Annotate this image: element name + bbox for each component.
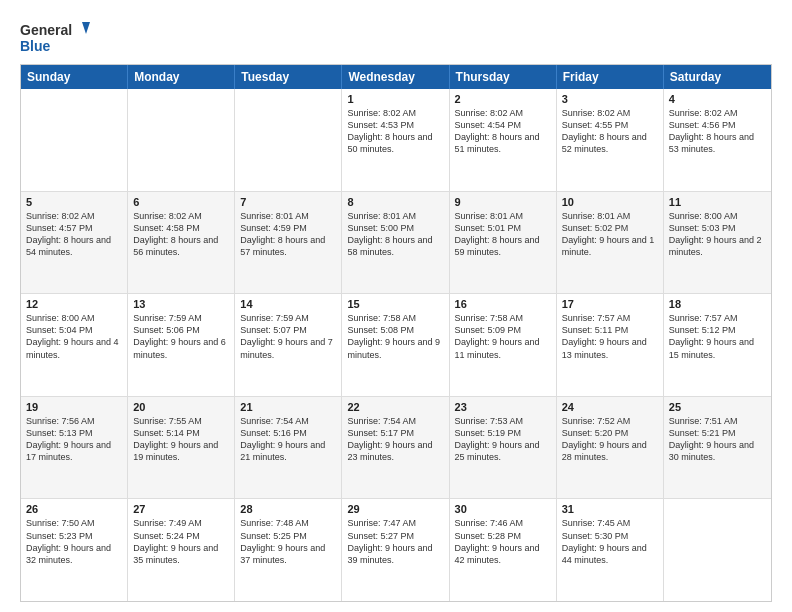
calendar-cell: 19Sunrise: 7:56 AM Sunset: 5:13 PM Dayli… bbox=[21, 397, 128, 499]
svg-marker-2 bbox=[82, 22, 90, 34]
cell-content: Sunrise: 8:01 AM Sunset: 5:02 PM Dayligh… bbox=[562, 210, 658, 259]
day-number: 9 bbox=[455, 196, 551, 208]
day-number: 14 bbox=[240, 298, 336, 310]
calendar-cell: 20Sunrise: 7:55 AM Sunset: 5:14 PM Dayli… bbox=[128, 397, 235, 499]
calendar-cell: 28Sunrise: 7:48 AM Sunset: 5:25 PM Dayli… bbox=[235, 499, 342, 601]
day-number: 4 bbox=[669, 93, 766, 105]
cell-content: Sunrise: 7:49 AM Sunset: 5:24 PM Dayligh… bbox=[133, 517, 229, 566]
calendar-cell: 13Sunrise: 7:59 AM Sunset: 5:06 PM Dayli… bbox=[128, 294, 235, 396]
calendar-cell: 5Sunrise: 8:02 AM Sunset: 4:57 PM Daylig… bbox=[21, 192, 128, 294]
calendar-row: 26Sunrise: 7:50 AM Sunset: 5:23 PM Dayli… bbox=[21, 499, 771, 601]
svg-text:Blue: Blue bbox=[20, 38, 51, 54]
weekday-header: Monday bbox=[128, 65, 235, 89]
day-number: 29 bbox=[347, 503, 443, 515]
cell-content: Sunrise: 8:02 AM Sunset: 4:53 PM Dayligh… bbox=[347, 107, 443, 156]
calendar-cell bbox=[21, 89, 128, 191]
cell-content: Sunrise: 7:57 AM Sunset: 5:11 PM Dayligh… bbox=[562, 312, 658, 361]
calendar-row: 1Sunrise: 8:02 AM Sunset: 4:53 PM Daylig… bbox=[21, 89, 771, 192]
weekday-header: Sunday bbox=[21, 65, 128, 89]
day-number: 7 bbox=[240, 196, 336, 208]
calendar-cell: 8Sunrise: 8:01 AM Sunset: 5:00 PM Daylig… bbox=[342, 192, 449, 294]
cell-content: Sunrise: 8:02 AM Sunset: 4:58 PM Dayligh… bbox=[133, 210, 229, 259]
day-number: 16 bbox=[455, 298, 551, 310]
calendar-row: 19Sunrise: 7:56 AM Sunset: 5:13 PM Dayli… bbox=[21, 397, 771, 500]
calendar-cell bbox=[128, 89, 235, 191]
cell-content: Sunrise: 8:02 AM Sunset: 4:55 PM Dayligh… bbox=[562, 107, 658, 156]
cell-content: Sunrise: 8:01 AM Sunset: 4:59 PM Dayligh… bbox=[240, 210, 336, 259]
weekday-header: Thursday bbox=[450, 65, 557, 89]
day-number: 2 bbox=[455, 93, 551, 105]
calendar-cell: 10Sunrise: 8:01 AM Sunset: 5:02 PM Dayli… bbox=[557, 192, 664, 294]
cell-content: Sunrise: 7:53 AM Sunset: 5:19 PM Dayligh… bbox=[455, 415, 551, 464]
day-number: 20 bbox=[133, 401, 229, 413]
cell-content: Sunrise: 7:57 AM Sunset: 5:12 PM Dayligh… bbox=[669, 312, 766, 361]
cell-content: Sunrise: 7:58 AM Sunset: 5:09 PM Dayligh… bbox=[455, 312, 551, 361]
day-number: 30 bbox=[455, 503, 551, 515]
day-number: 17 bbox=[562, 298, 658, 310]
page-header: General Blue bbox=[20, 18, 772, 58]
calendar-cell: 7Sunrise: 8:01 AM Sunset: 4:59 PM Daylig… bbox=[235, 192, 342, 294]
calendar-cell: 1Sunrise: 8:02 AM Sunset: 4:53 PM Daylig… bbox=[342, 89, 449, 191]
cell-content: Sunrise: 7:54 AM Sunset: 5:17 PM Dayligh… bbox=[347, 415, 443, 464]
cell-content: Sunrise: 8:00 AM Sunset: 5:03 PM Dayligh… bbox=[669, 210, 766, 259]
calendar-header: SundayMondayTuesdayWednesdayThursdayFrid… bbox=[21, 65, 771, 89]
day-number: 5 bbox=[26, 196, 122, 208]
calendar-cell: 22Sunrise: 7:54 AM Sunset: 5:17 PM Dayli… bbox=[342, 397, 449, 499]
calendar-cell: 27Sunrise: 7:49 AM Sunset: 5:24 PM Dayli… bbox=[128, 499, 235, 601]
calendar-cell: 25Sunrise: 7:51 AM Sunset: 5:21 PM Dayli… bbox=[664, 397, 771, 499]
calendar-cell: 16Sunrise: 7:58 AM Sunset: 5:09 PM Dayli… bbox=[450, 294, 557, 396]
day-number: 18 bbox=[669, 298, 766, 310]
calendar-cell: 2Sunrise: 8:02 AM Sunset: 4:54 PM Daylig… bbox=[450, 89, 557, 191]
day-number: 28 bbox=[240, 503, 336, 515]
day-number: 1 bbox=[347, 93, 443, 105]
calendar-cell: 31Sunrise: 7:45 AM Sunset: 5:30 PM Dayli… bbox=[557, 499, 664, 601]
calendar-cell: 14Sunrise: 7:59 AM Sunset: 5:07 PM Dayli… bbox=[235, 294, 342, 396]
calendar-cell: 24Sunrise: 7:52 AM Sunset: 5:20 PM Dayli… bbox=[557, 397, 664, 499]
day-number: 31 bbox=[562, 503, 658, 515]
cell-content: Sunrise: 7:51 AM Sunset: 5:21 PM Dayligh… bbox=[669, 415, 766, 464]
weekday-header: Wednesday bbox=[342, 65, 449, 89]
calendar-cell: 17Sunrise: 7:57 AM Sunset: 5:11 PM Dayli… bbox=[557, 294, 664, 396]
calendar-cell: 3Sunrise: 8:02 AM Sunset: 4:55 PM Daylig… bbox=[557, 89, 664, 191]
logo-svg: General Blue bbox=[20, 18, 90, 58]
day-number: 19 bbox=[26, 401, 122, 413]
cell-content: Sunrise: 8:02 AM Sunset: 4:56 PM Dayligh… bbox=[669, 107, 766, 156]
day-number: 11 bbox=[669, 196, 766, 208]
calendar-row: 12Sunrise: 8:00 AM Sunset: 5:04 PM Dayli… bbox=[21, 294, 771, 397]
cell-content: Sunrise: 8:01 AM Sunset: 5:01 PM Dayligh… bbox=[455, 210, 551, 259]
day-number: 15 bbox=[347, 298, 443, 310]
day-number: 6 bbox=[133, 196, 229, 208]
calendar-cell: 29Sunrise: 7:47 AM Sunset: 5:27 PM Dayli… bbox=[342, 499, 449, 601]
weekday-header: Tuesday bbox=[235, 65, 342, 89]
calendar-cell bbox=[664, 499, 771, 601]
calendar-cell: 26Sunrise: 7:50 AM Sunset: 5:23 PM Dayli… bbox=[21, 499, 128, 601]
svg-text:General: General bbox=[20, 22, 72, 38]
calendar-body: 1Sunrise: 8:02 AM Sunset: 4:53 PM Daylig… bbox=[21, 89, 771, 601]
day-number: 27 bbox=[133, 503, 229, 515]
cell-content: Sunrise: 7:54 AM Sunset: 5:16 PM Dayligh… bbox=[240, 415, 336, 464]
day-number: 21 bbox=[240, 401, 336, 413]
cell-content: Sunrise: 8:02 AM Sunset: 4:54 PM Dayligh… bbox=[455, 107, 551, 156]
calendar-cell: 12Sunrise: 8:00 AM Sunset: 5:04 PM Dayli… bbox=[21, 294, 128, 396]
day-number: 12 bbox=[26, 298, 122, 310]
weekday-header: Friday bbox=[557, 65, 664, 89]
cell-content: Sunrise: 7:47 AM Sunset: 5:27 PM Dayligh… bbox=[347, 517, 443, 566]
cell-content: Sunrise: 8:02 AM Sunset: 4:57 PM Dayligh… bbox=[26, 210, 122, 259]
calendar-cell: 21Sunrise: 7:54 AM Sunset: 5:16 PM Dayli… bbox=[235, 397, 342, 499]
calendar-cell: 15Sunrise: 7:58 AM Sunset: 5:08 PM Dayli… bbox=[342, 294, 449, 396]
cell-content: Sunrise: 8:01 AM Sunset: 5:00 PM Dayligh… bbox=[347, 210, 443, 259]
calendar-cell: 30Sunrise: 7:46 AM Sunset: 5:28 PM Dayli… bbox=[450, 499, 557, 601]
calendar-cell: 11Sunrise: 8:00 AM Sunset: 5:03 PM Dayli… bbox=[664, 192, 771, 294]
cell-content: Sunrise: 7:48 AM Sunset: 5:25 PM Dayligh… bbox=[240, 517, 336, 566]
weekday-header: Saturday bbox=[664, 65, 771, 89]
day-number: 13 bbox=[133, 298, 229, 310]
cell-content: Sunrise: 7:46 AM Sunset: 5:28 PM Dayligh… bbox=[455, 517, 551, 566]
calendar: SundayMondayTuesdayWednesdayThursdayFrid… bbox=[20, 64, 772, 602]
day-number: 22 bbox=[347, 401, 443, 413]
day-number: 26 bbox=[26, 503, 122, 515]
calendar-cell: 23Sunrise: 7:53 AM Sunset: 5:19 PM Dayli… bbox=[450, 397, 557, 499]
cell-content: Sunrise: 8:00 AM Sunset: 5:04 PM Dayligh… bbox=[26, 312, 122, 361]
logo: General Blue bbox=[20, 18, 90, 58]
calendar-cell: 6Sunrise: 8:02 AM Sunset: 4:58 PM Daylig… bbox=[128, 192, 235, 294]
cell-content: Sunrise: 7:59 AM Sunset: 5:06 PM Dayligh… bbox=[133, 312, 229, 361]
